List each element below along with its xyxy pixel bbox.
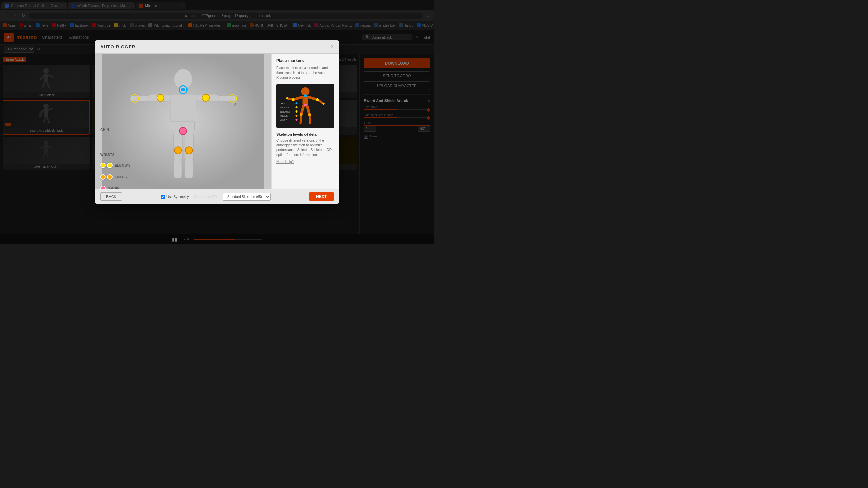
knee-dot-right (107, 174, 113, 180)
wrists-legend: WRISTS (100, 153, 131, 157)
svg-point-84 (229, 96, 237, 101)
svg-text:WRISTS: WRISTS (280, 106, 289, 109)
elbows-label: ELBOWS (115, 164, 131, 167)
svg-rect-85 (173, 131, 182, 160)
elbow-dot-right (107, 163, 113, 168)
groin-label: GROIN (108, 187, 120, 189)
modal-right-panel: Place markers Place markers on your mode… (271, 54, 339, 189)
svg-point-110 (304, 94, 307, 97)
svg-point-75 (174, 69, 192, 90)
modal-title: AUTO-RIGGER (100, 44, 135, 49)
svg-point-94 (202, 94, 209, 101)
svg-text:KNEES: KNEES (280, 115, 288, 117)
svg-point-93 (157, 94, 164, 101)
svg-rect-88 (185, 159, 193, 178)
footer-center: Use Symmetry Skeleton LOD Standard Skele… (161, 193, 271, 201)
knees-legend: KNEES (100, 174, 131, 180)
groin-dot-pair (100, 186, 106, 189)
svg-text:↗: ↗ (234, 102, 237, 106)
place-markers-title: Place markers (276, 58, 334, 63)
markers-legend: CHIN WRISTS ELBOWS (100, 128, 131, 189)
svg-point-126 (296, 115, 298, 117)
svg-text:CHIN: CHIN (280, 102, 285, 105)
svg-text:GROIN: GROIN (280, 119, 288, 121)
knee-dots (100, 174, 113, 180)
modal-body: ↗ CHIN WRISTS (95, 54, 339, 189)
skeleton-preview-svg: CHIN WRISTS ELBOWS KNEES GROIN (276, 84, 334, 128)
next-button[interactable]: NEXT (309, 192, 334, 201)
svg-rect-87 (184, 131, 194, 160)
svg-rect-86 (174, 159, 182, 178)
use-symmetry-label[interactable]: Use Symmetry (161, 195, 189, 199)
groin-dot (100, 186, 106, 189)
groin-legend: GROIN (100, 186, 131, 189)
need-help-link[interactable]: Need help? (276, 160, 334, 164)
skeleton-lod-select[interactable]: Standard Skeleton (65) Low Skeleton (30)… (223, 193, 271, 201)
skeleton-lod-label: Skeleton LOD (194, 195, 217, 199)
use-symmetry-text: Use Symmetry (166, 195, 189, 199)
elbow-dot-left (100, 163, 106, 168)
elbows-legend: ELBOWS (100, 163, 131, 168)
modal-footer: BACK Use Symmetry Skeleton LOD Standard … (95, 189, 339, 204)
knees-label: KNEES (115, 175, 127, 179)
svg-point-97 (180, 127, 187, 135)
auto-rigger-modal: AUTO-RIGGER × (95, 40, 339, 204)
modal-canvas: ↗ CHIN WRISTS (95, 54, 271, 189)
back-button[interactable]: BACK (100, 192, 122, 201)
svg-point-113 (286, 97, 288, 99)
svg-point-115 (304, 104, 307, 106)
svg-point-125 (296, 110, 298, 113)
modal-close-button[interactable]: × (331, 44, 334, 50)
modal-header: AUTO-RIGGER × (95, 40, 339, 54)
svg-point-123 (296, 102, 298, 104)
wrists-label: WRISTS (100, 153, 115, 157)
svg-point-111 (292, 98, 295, 101)
use-symmetry-checkbox[interactable] (161, 195, 165, 199)
svg-point-116 (300, 113, 303, 116)
knee-dot-left (100, 174, 106, 180)
svg-point-112 (316, 98, 319, 101)
svg-point-114 (323, 103, 325, 105)
elbow-dots (100, 163, 113, 168)
svg-text:ELBOWS: ELBOWS (280, 110, 290, 113)
place-markers-desc: Place markers on your model, and then pr… (276, 66, 334, 80)
svg-point-95 (174, 147, 181, 154)
svg-point-127 (296, 119, 298, 121)
svg-point-117 (308, 113, 311, 116)
chin-legend: CHIN (100, 128, 131, 132)
chin-label: CHIN (100, 128, 109, 132)
modal-overlay[interactable]: AUTO-RIGGER × (0, 0, 434, 244)
skeleton-lod-title: Skeleton levels of detail (276, 132, 334, 136)
skeleton-lod-desc: Choose different versions of the autorig… (276, 138, 334, 157)
svg-point-96 (185, 147, 193, 154)
svg-point-90 (181, 88, 185, 92)
skeleton-preview: CHIN WRISTS ELBOWS KNEES GROIN (276, 84, 334, 128)
svg-rect-77 (170, 94, 196, 123)
svg-point-124 (296, 106, 298, 108)
